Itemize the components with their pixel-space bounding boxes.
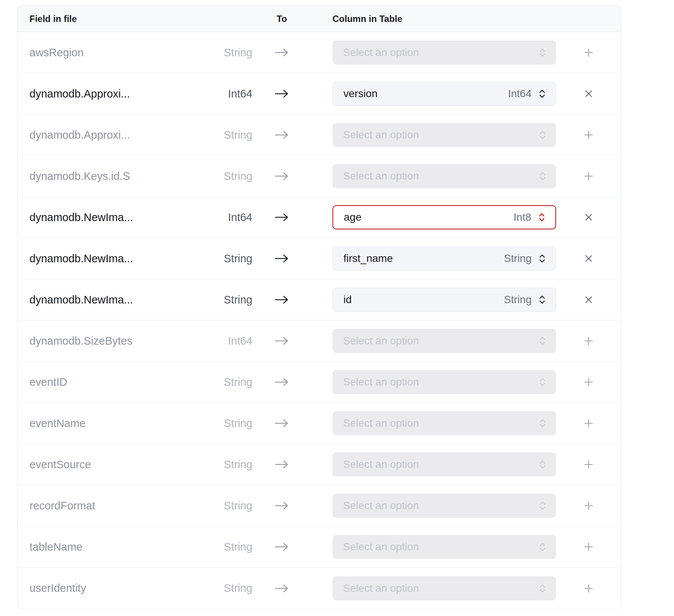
column-select-right xyxy=(537,500,548,511)
action-cell xyxy=(556,373,621,391)
remove-mapping-button[interactable] xyxy=(580,291,597,308)
field-mapping-table: Field in file To Column in Table awsRegi… xyxy=(17,5,621,609)
action-cell xyxy=(556,126,621,144)
arrow-right-icon xyxy=(274,542,290,552)
field-type: Int64 xyxy=(203,88,252,100)
field-type: String xyxy=(203,458,252,471)
select-cell: first_name String xyxy=(311,246,556,271)
add-mapping-button[interactable] xyxy=(580,332,597,350)
mapping-row: dynamodb.Approxi... Int64 version Int64 xyxy=(18,73,621,115)
column-select-type: String xyxy=(504,252,532,265)
field-name: dynamodb.NewIma... xyxy=(18,252,203,265)
table-header: Field in file To Column in Table xyxy=(18,6,621,32)
plus-icon xyxy=(583,129,594,141)
add-mapping-button[interactable] xyxy=(580,126,597,144)
column-select-right xyxy=(537,583,548,594)
add-mapping-button[interactable] xyxy=(580,373,597,391)
field-name: dynamodb.SizeBytes xyxy=(18,335,203,347)
plus-icon xyxy=(583,500,594,511)
column-select-right xyxy=(537,336,548,346)
add-mapping-button[interactable] xyxy=(580,538,597,556)
arrow-cell xyxy=(252,500,311,511)
column-select-value: first_name xyxy=(343,252,393,265)
add-mapping-button[interactable] xyxy=(580,497,597,514)
remove-mapping-button[interactable] xyxy=(580,85,597,102)
add-mapping-button[interactable] xyxy=(580,415,597,432)
chevrons-up-down-icon xyxy=(537,294,547,305)
field-type: Int64 xyxy=(203,211,252,224)
column-select[interactable]: version Int64 xyxy=(332,82,556,106)
add-mapping-button[interactable] xyxy=(580,44,597,61)
add-mapping-button[interactable] xyxy=(580,456,597,473)
chevrons-up-down-icon xyxy=(537,542,548,552)
select-cell: Select an option xyxy=(311,452,556,477)
mapping-row: dynamodb.NewIma... String first_name Str… xyxy=(18,238,621,279)
header-column-in-table: Column in Table xyxy=(311,14,556,24)
field-type: String xyxy=(203,541,252,553)
add-mapping-button[interactable] xyxy=(580,167,597,185)
column-select-type: Int64 xyxy=(508,88,532,100)
arrow-right-icon xyxy=(274,294,290,305)
column-select-right: Int64 xyxy=(508,88,547,100)
action-cell xyxy=(556,85,621,102)
action-cell xyxy=(556,209,621,226)
header-field-in-file: Field in file xyxy=(18,14,203,24)
column-select-right xyxy=(537,171,548,181)
close-icon xyxy=(583,253,594,264)
field-name: dynamodb.Keys.id.S xyxy=(18,170,203,183)
column-select: Select an option xyxy=(332,452,556,477)
arrow-right-icon xyxy=(274,212,290,223)
select-cell: Select an option xyxy=(311,494,556,518)
mapping-row: eventID String Select an option xyxy=(18,362,621,403)
column-select-value: Select an option xyxy=(343,541,419,553)
action-cell xyxy=(556,291,621,308)
column-select[interactable]: age Int8 xyxy=(332,205,556,229)
field-type: String xyxy=(203,252,252,265)
add-mapping-button[interactable] xyxy=(580,580,597,597)
arrow-right-icon xyxy=(274,88,290,99)
column-select-value: Select an option xyxy=(343,46,419,59)
arrow-cell xyxy=(252,336,311,346)
remove-mapping-button[interactable] xyxy=(580,250,597,267)
field-type: String xyxy=(203,376,252,388)
select-cell: Select an option xyxy=(311,535,556,559)
remove-mapping-button[interactable] xyxy=(580,209,597,226)
close-icon xyxy=(583,294,594,305)
column-select-right xyxy=(537,418,548,429)
column-select[interactable]: first_name String xyxy=(332,246,556,271)
arrow-right-icon xyxy=(274,377,290,387)
column-select-value: version xyxy=(343,88,377,100)
mapping-row: dynamodb.NewIma... String id String xyxy=(18,279,621,320)
arrow-right-icon xyxy=(274,583,290,594)
select-cell: Select an option xyxy=(311,576,556,601)
action-cell xyxy=(556,332,621,350)
arrow-cell xyxy=(252,418,311,429)
action-cell xyxy=(556,250,621,267)
select-cell: Select an option xyxy=(311,40,556,65)
field-name: eventSource xyxy=(18,458,203,471)
arrow-right-icon xyxy=(274,171,290,181)
chevrons-up-down-icon xyxy=(537,500,548,511)
column-select-right: String xyxy=(504,252,547,265)
column-select: Select an option xyxy=(332,535,556,559)
field-name: awsRegion xyxy=(18,46,203,59)
chevrons-up-down-icon xyxy=(537,47,548,58)
select-cell: version Int64 xyxy=(311,82,556,106)
column-select-right xyxy=(537,377,548,387)
mapping-row: userIdentity String Select an option xyxy=(18,568,621,609)
plus-icon xyxy=(583,170,594,182)
column-select: Select an option xyxy=(332,576,556,601)
field-name: dynamodb.NewIma... xyxy=(18,211,203,224)
field-name: eventName xyxy=(18,417,203,430)
column-select[interactable]: id String xyxy=(332,288,556,312)
column-select: Select an option xyxy=(332,494,556,518)
mapping-row: eventSource String Select an option xyxy=(18,444,621,485)
arrow-cell xyxy=(252,47,311,58)
column-select: Select an option xyxy=(332,329,556,353)
arrow-right-icon xyxy=(274,253,290,264)
action-cell xyxy=(556,538,621,556)
arrow-cell xyxy=(252,459,311,470)
column-select: Select an option xyxy=(332,164,556,188)
column-select-value: Select an option xyxy=(343,582,419,594)
column-select-value: age xyxy=(344,211,362,223)
